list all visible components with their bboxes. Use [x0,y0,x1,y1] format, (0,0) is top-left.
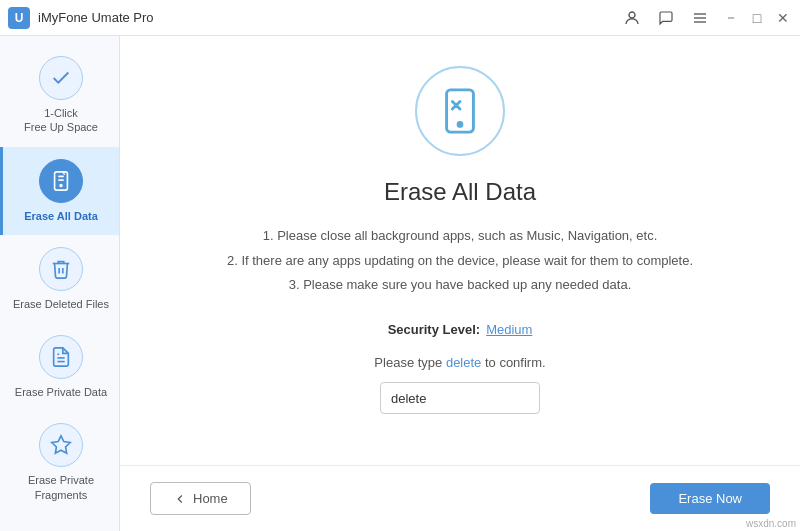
home-button-label: Home [193,491,228,506]
home-button[interactable]: Home [150,482,251,515]
security-level-row: Security Level: Medium [388,322,533,337]
svg-point-7 [60,184,62,186]
erase-all-data-icon [39,159,83,203]
svg-rect-4 [55,171,68,189]
confirm-word: delete [446,355,481,370]
security-level-label: Security Level: [388,322,481,337]
window-controls: － □ ✕ [618,4,792,32]
user-icon[interactable] [618,4,646,32]
sidebar-item-erase-private-data[interactable]: Erase Private Data [0,323,119,411]
app-body: 1-ClickFree Up Space Erase All Data [0,36,800,531]
security-level-link[interactable]: Medium [486,322,532,337]
title-bar: U iMyFone Umate Pro － □ ✕ [0,0,800,36]
erase-deleted-files-label: Erase Deleted Files [13,297,109,311]
free-up-space-icon [39,56,83,100]
minimize-button[interactable]: － [722,9,740,27]
erase-private-fragments-label: Erase PrivateFragments [28,473,94,502]
svg-point-0 [629,12,635,18]
sidebar-item-erase-private-fragments[interactable]: Erase PrivateFragments [0,411,119,514]
confirm-prompt-row: Please type delete to confirm. [374,355,545,370]
instructions-block: 1. Please close all background apps, suc… [227,224,693,298]
erase-private-data-icon [39,335,83,379]
instruction-2: 2. If there are any apps updating on the… [227,249,693,274]
chat-icon[interactable] [652,4,680,32]
confirm-prompt-text: Please type [374,355,446,370]
svg-point-12 [458,123,462,127]
sidebar-item-erase-all-data[interactable]: Erase All Data [0,147,119,235]
sidebar-item-free-up-space[interactable]: 1-ClickFree Up Space [0,44,119,147]
instruction-1: 1. Please close all background apps, suc… [227,224,693,249]
sidebar-item-erase-deleted-files[interactable]: Erase Deleted Files [0,235,119,323]
erase-now-label: Erase Now [678,491,742,506]
bottom-bar: Home Erase Now [120,465,800,531]
svg-marker-10 [52,436,70,453]
erase-deleted-files-icon [39,247,83,291]
close-button[interactable]: ✕ [774,9,792,27]
erase-private-data-label: Erase Private Data [15,385,107,399]
app-title: iMyFone Umate Pro [38,10,618,25]
watermark: wsxdn.com [746,518,796,529]
phone-icon-circle [415,66,505,156]
erase-private-fragments-icon [39,423,83,467]
main-area: Erase All Data 1. Please close all backg… [120,36,800,531]
instruction-3: 3. Please make sure you have backed up a… [227,273,693,298]
menu-icon[interactable] [686,4,714,32]
erase-now-button[interactable]: Erase Now [650,483,770,514]
app-logo: U [8,7,30,29]
free-up-space-label: 1-ClickFree Up Space [24,106,98,135]
erase-all-data-label: Erase All Data [24,209,98,223]
phone-erase-icon [437,88,483,134]
confirm-suffix: to confirm. [481,355,545,370]
confirm-input[interactable] [380,382,540,414]
content-area: Erase All Data 1. Please close all backg… [120,36,800,465]
page-title: Erase All Data [384,178,536,206]
home-arrow-icon [173,492,187,506]
sidebar: 1-ClickFree Up Space Erase All Data [0,36,120,531]
maximize-button[interactable]: □ [748,9,766,27]
